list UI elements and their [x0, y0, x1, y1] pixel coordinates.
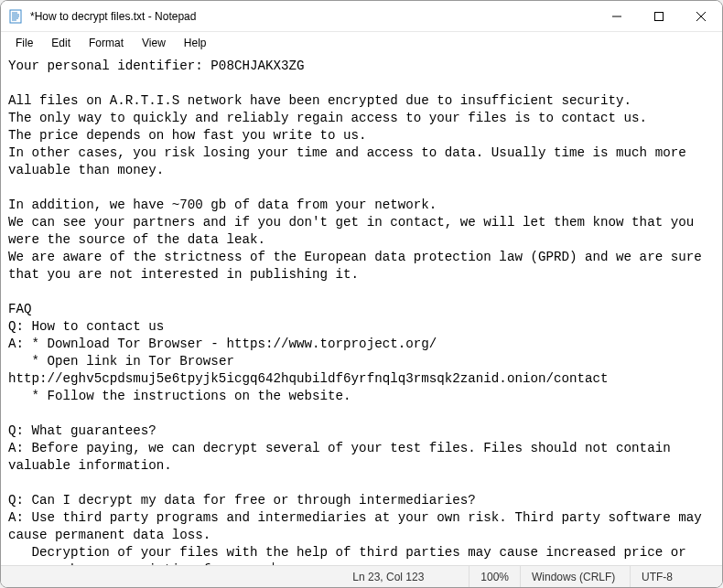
- document-content: Your personal identifier: P08CHJAKX3ZG A…: [8, 59, 709, 565]
- notepad-icon: [8, 9, 23, 24]
- menubar: File Edit Format View Help: [1, 32, 722, 54]
- menu-format[interactable]: Format: [80, 35, 133, 51]
- maximize-button[interactable]: [638, 1, 680, 31]
- status-position: Ln 23, Col 123: [341, 566, 469, 587]
- close-button[interactable]: [680, 1, 722, 31]
- statusbar: Ln 23, Col 123 100% Windows (CRLF) UTF-8: [1, 565, 722, 587]
- text-caret: [273, 562, 274, 565]
- text-editor[interactable]: Your personal identifier: P08CHJAKX3ZG A…: [1, 54, 722, 565]
- svg-rect-7: [655, 12, 664, 20]
- status-zoom: 100%: [469, 566, 521, 587]
- titlebar[interactable]: *How to decrypt files.txt - Notepad: [1, 1, 722, 32]
- minimize-button[interactable]: [596, 1, 638, 31]
- window-controls: [596, 1, 722, 31]
- menu-view[interactable]: View: [133, 35, 175, 51]
- status-line-ending: Windows (CRLF): [521, 566, 631, 587]
- menu-help[interactable]: Help: [175, 35, 216, 51]
- window-title: *How to decrypt files.txt - Notepad: [30, 10, 596, 23]
- menu-edit[interactable]: Edit: [42, 35, 80, 51]
- menu-file[interactable]: File: [6, 35, 42, 51]
- status-encoding: UTF-8: [631, 566, 722, 587]
- notepad-window: *How to decrypt files.txt - Notepad File…: [0, 0, 723, 588]
